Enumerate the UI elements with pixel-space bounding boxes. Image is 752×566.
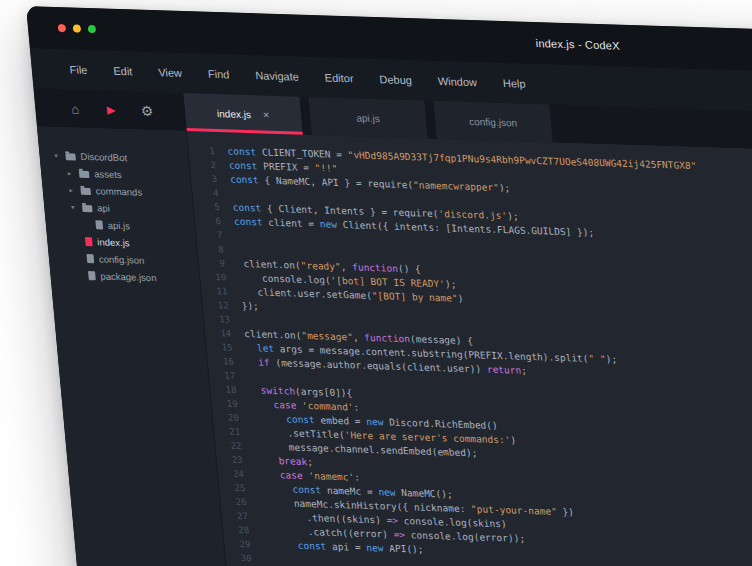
tab-label: index.js	[216, 108, 251, 120]
line-number: 19	[211, 396, 238, 411]
line-number: 2	[189, 157, 216, 172]
tab-index-js[interactable]: index.js×	[183, 93, 302, 135]
chevron-right-icon: ▸	[65, 169, 75, 176]
file-icon	[86, 254, 94, 263]
code-text	[234, 369, 248, 383]
line-number: 10	[199, 270, 226, 285]
home-icon: ⌂	[71, 102, 80, 115]
page-background: index.js - CodeX FileEditViewFindNavigat…	[0, 0, 752, 566]
tree-item-label: api.js	[107, 220, 130, 232]
tab-api-js[interactable]: api.js	[308, 97, 427, 139]
line-number: 6	[194, 213, 221, 228]
line-number: 8	[197, 241, 224, 256]
tab-config-json[interactable]: config.json	[433, 101, 552, 143]
menu-item-window[interactable]: Window	[437, 75, 477, 88]
code-text	[251, 551, 265, 565]
play-icon: ▶	[106, 104, 115, 115]
tab-label: config.json	[469, 115, 518, 128]
line-number: 18	[210, 382, 237, 397]
menu-item-help[interactable]: Help	[502, 77, 526, 90]
code-text	[229, 313, 243, 327]
menu-item-debug[interactable]: Debug	[379, 73, 413, 86]
tab-close-icon[interactable]: ×	[262, 109, 269, 120]
code-lines: 1const CLIENT_TOKEN = "vHDd985A9D33Tj7fq…	[187, 131, 752, 566]
tree-item-label: config.json	[98, 253, 144, 265]
tree-item-label: package.json	[100, 270, 157, 283]
line-number: 7	[196, 227, 223, 242]
chevron-down-icon: ▾	[68, 203, 78, 210]
menu-item-edit[interactable]: Edit	[113, 65, 133, 78]
folder-icon	[80, 188, 91, 195]
chevron-down-icon: ▾	[51, 152, 61, 159]
run-button[interactable]: ▶	[101, 90, 120, 129]
tree-item-label: commands	[95, 185, 142, 197]
line-number: 9	[198, 256, 225, 271]
line-number: 3	[191, 171, 218, 186]
menu-item-editor[interactable]: Editor	[324, 71, 354, 84]
file-icon	[85, 237, 93, 246]
folder-icon	[82, 205, 93, 212]
menu-item-view[interactable]: View	[158, 66, 183, 79]
settings-button[interactable]: ⚙	[137, 92, 156, 131]
line-number: 16	[207, 354, 234, 369]
chevron-right-icon: ▸	[66, 186, 76, 193]
line-number: 20	[212, 410, 239, 425]
line-number: 13	[203, 312, 230, 327]
code-text	[223, 242, 237, 256]
app-window: index.js - CodeX FileEditViewFindNavigat…	[26, 6, 752, 566]
tree-item-package-json[interactable]: package.json	[50, 266, 200, 288]
line-number: 26	[220, 494, 247, 509]
file-icon	[95, 220, 103, 229]
line-number: 22	[215, 438, 242, 453]
folder-icon	[65, 153, 76, 160]
line-number: 27	[221, 508, 248, 523]
line-number: 5	[193, 199, 220, 214]
menu-item-find[interactable]: Find	[207, 68, 229, 81]
line-number: 28	[222, 522, 249, 537]
code-text	[222, 228, 236, 242]
main-area: ▾DiscordBot▸assets▸commands▾apiapi.jsind…	[37, 126, 752, 566]
code-text: });	[228, 298, 259, 313]
toolbar: ⌂▶⚙	[33, 88, 186, 131]
line-number: 17	[208, 368, 235, 383]
line-number: 1	[188, 143, 215, 158]
line-number: 15	[206, 340, 233, 355]
line-number: 25	[219, 480, 246, 495]
tree-item-label: api	[97, 202, 111, 213]
line-number: 21	[214, 424, 241, 439]
line-number: 12	[202, 298, 229, 313]
line-number: 29	[224, 536, 251, 551]
code-text	[218, 186, 232, 200]
gear-icon: ⚙	[140, 104, 154, 118]
tab-label: api.js	[356, 112, 380, 124]
menu-item-file[interactable]: File	[69, 63, 88, 76]
file-icon	[88, 271, 96, 280]
home-button[interactable]: ⌂	[65, 89, 84, 128]
line-number: 24	[217, 466, 244, 481]
line-number: 14	[205, 326, 232, 341]
tree-item-label: DiscordBot	[80, 151, 127, 163]
line-number: 30	[225, 551, 252, 566]
folder-icon	[79, 171, 90, 178]
line-number: 11	[201, 284, 228, 299]
code-editor[interactable]: 1const CLIENT_TOKEN = "vHDd985A9D33Tj7fq…	[187, 131, 752, 566]
tree-item-label: assets	[94, 168, 122, 180]
line-number: 4	[192, 185, 219, 200]
line-number: 23	[216, 452, 243, 467]
tree-item-label: index.js	[97, 236, 130, 248]
menu-item-navigate[interactable]: Navigate	[255, 69, 299, 82]
